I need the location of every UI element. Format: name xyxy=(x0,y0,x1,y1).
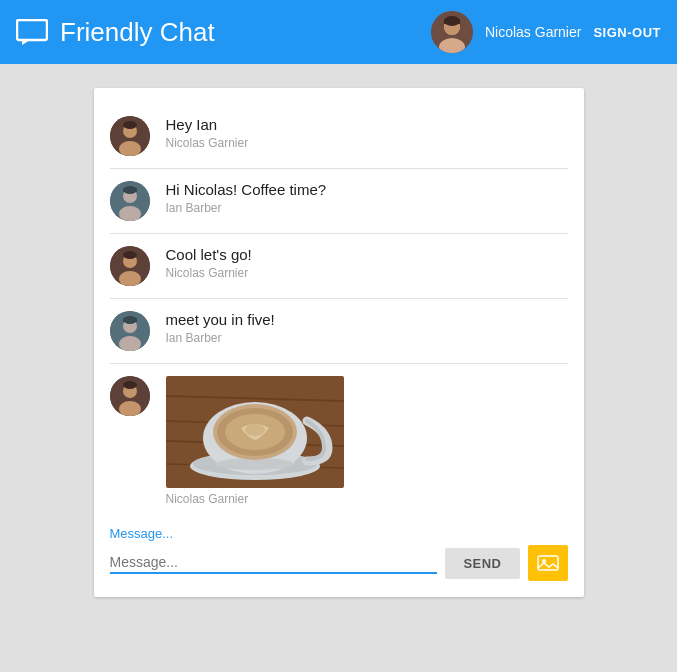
message-avatar xyxy=(110,246,150,286)
user-name-label: Nicolas Garnier xyxy=(485,24,581,40)
user-avatar xyxy=(431,11,473,53)
main-content: Hey Ian Nicolas Garnier Hi Nicolas! xyxy=(0,64,677,613)
send-button[interactable]: SEND xyxy=(445,548,519,579)
nicolas-avatar xyxy=(110,246,150,286)
svg-point-11 xyxy=(123,121,137,129)
svg-point-29 xyxy=(123,381,137,389)
sign-out-button[interactable]: SIGN-OUT xyxy=(593,25,661,40)
message-item: Hey Ian Nicolas Garnier xyxy=(110,104,568,169)
svg-rect-7 xyxy=(444,19,460,24)
message-text: Hi Nicolas! Coffee time? xyxy=(166,181,568,198)
svg-point-43 xyxy=(245,424,265,436)
message-avatar xyxy=(110,116,150,156)
message-content: Hey Ian Nicolas Garnier xyxy=(166,116,568,150)
nicolas-avatar xyxy=(110,116,150,156)
message-content: Hi Nicolas! Coffee time? Ian Barber xyxy=(166,181,568,215)
message-avatar xyxy=(110,376,150,416)
nicolas-avatar xyxy=(110,376,150,416)
chat-card: Hey Ian Nicolas Garnier Hi Nicolas! xyxy=(94,88,584,597)
message-label: Message... xyxy=(110,526,568,541)
message-content: meet you in five! Ian Barber xyxy=(166,311,568,345)
input-row: SEND xyxy=(110,545,568,581)
message-text: Hey Ian xyxy=(166,116,568,133)
message-item: Cool let's go! Nicolas Garnier xyxy=(110,234,568,299)
user-avatar-image xyxy=(431,11,473,53)
app-title: Friendly Chat xyxy=(60,17,431,48)
input-area: Message... SEND xyxy=(94,518,584,597)
message-avatar xyxy=(110,181,150,221)
message-content: Cool let's go! Nicolas Garnier xyxy=(166,246,568,280)
message-text: meet you in five! xyxy=(166,311,568,328)
image-upload-button[interactable] xyxy=(528,545,568,581)
message-content: Nicolas Garnier xyxy=(166,376,568,506)
message-item: Nicolas Garnier xyxy=(110,364,568,518)
message-item: Hi Nicolas! Coffee time? Ian Barber xyxy=(110,169,568,234)
svg-rect-0 xyxy=(17,20,47,40)
message-sender: Nicolas Garnier xyxy=(166,266,568,280)
messages-list: Hey Ian Nicolas Garnier Hi Nicolas! xyxy=(94,104,584,518)
app-header: Friendly Chat Nicolas Garnier SIGN-OUT xyxy=(0,0,677,64)
ian-avatar xyxy=(110,181,150,221)
header-right: Nicolas Garnier SIGN-OUT xyxy=(431,11,661,53)
message-text: Cool let's go! xyxy=(166,246,568,263)
svg-rect-44 xyxy=(538,556,558,570)
message-sender: Ian Barber xyxy=(166,201,568,215)
svg-rect-16 xyxy=(123,188,137,192)
svg-rect-25 xyxy=(123,318,137,322)
ian-avatar xyxy=(110,311,150,351)
image-upload-icon xyxy=(537,553,559,573)
svg-marker-1 xyxy=(22,40,30,45)
message-avatar xyxy=(110,311,150,351)
message-sender: Nicolas Garnier xyxy=(166,492,568,506)
message-sender: Nicolas Garnier xyxy=(166,136,568,150)
svg-point-20 xyxy=(123,251,137,259)
chat-icon xyxy=(16,19,48,45)
message-input[interactable] xyxy=(110,552,438,574)
message-sender: Ian Barber xyxy=(166,331,568,345)
coffee-image xyxy=(166,376,344,488)
message-item: meet you in five! Ian Barber xyxy=(110,299,568,364)
